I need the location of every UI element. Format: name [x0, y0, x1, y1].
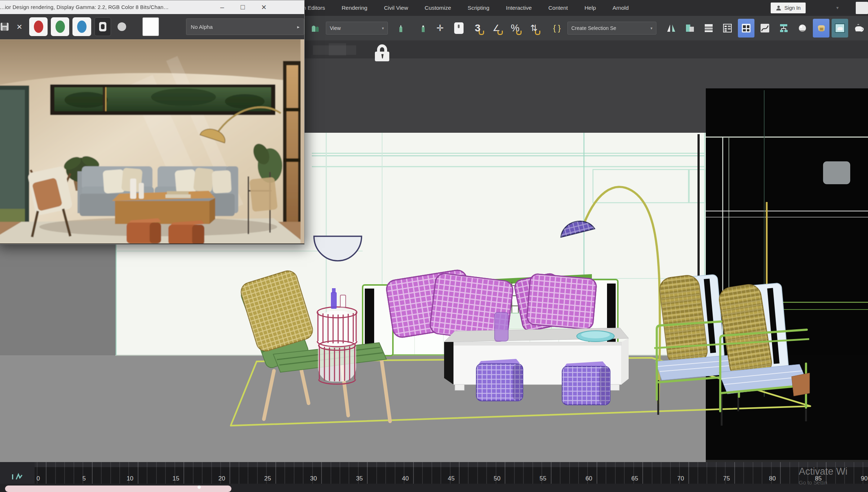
select-object-icon[interactable]: [451, 19, 467, 38]
frame-label-75: 75: [723, 475, 730, 482]
angle-snap-icon[interactable]: ∠: [488, 19, 505, 38]
menu-arnold[interactable]: Arnold: [612, 5, 629, 11]
frame-label-60: 60: [585, 475, 592, 482]
frame-label-5: 5: [83, 475, 86, 482]
magnet-icon: [497, 31, 503, 35]
frame-label-70: 70: [677, 475, 684, 482]
unlink-selection-icon[interactable]: [394, 19, 411, 38]
blue-channel-toggle[interactable]: [72, 17, 91, 36]
frame-label-30: 30: [310, 475, 317, 482]
selection-set-label: Create Selection Se: [571, 25, 616, 31]
menu-scripting[interactable]: Scripting: [468, 5, 489, 11]
menu-customize[interactable]: Customize: [425, 5, 451, 11]
rfw-title-bar[interactable]: …ior Design rendering, Display Gamma: 2.…: [0, 0, 304, 14]
sign-in-label: Sign In: [784, 5, 801, 11]
menu-rendering[interactable]: Rendering: [342, 5, 368, 11]
chevron-down-icon: ▾: [650, 26, 652, 31]
clone-window-icon[interactable]: ×: [13, 21, 26, 32]
user-icon: [776, 5, 781, 11]
named-selection-set-dropdown[interactable]: Create Selection Se ▾: [567, 22, 656, 35]
curve-editor-icon[interactable]: [757, 19, 773, 38]
mirror-icon[interactable]: [663, 19, 679, 38]
move-glyph: ✛: [437, 23, 444, 33]
red-channel-toggle[interactable]: [29, 17, 48, 36]
align-icon[interactable]: [682, 19, 698, 38]
frame-label-20: 20: [218, 475, 225, 482]
bind-to-space-warp-icon[interactable]: [413, 19, 430, 38]
sign-in-caret-icon[interactable]: ▾: [836, 5, 839, 10]
timeline-left-panel: [0, 462, 35, 484]
magnet-icon: [516, 31, 522, 35]
menubar-items: Graph EditorsRenderingCivil ViewCustomiz…: [291, 0, 629, 16]
frame-label-45: 45: [448, 475, 455, 482]
3dsmax-application: Graph EditorsRenderingCivil ViewCustomiz…: [0, 0, 868, 492]
menu-civil-view[interactable]: Civil View: [384, 5, 408, 11]
frame-label-80: 80: [769, 475, 776, 482]
sets-glyph: { }: [553, 23, 561, 33]
menu-help[interactable]: Help: [584, 5, 596, 11]
rfw-channel-label: No Alpha: [191, 24, 213, 30]
save-image-icon[interactable]: [0, 21, 9, 32]
material-editor-icon[interactable]: [794, 19, 811, 38]
frame-label-85: 85: [815, 475, 822, 482]
rendered-frame-window[interactable]: …ior Design rendering, Display Gamma: 2.…: [0, 0, 305, 245]
close-icon[interactable]: ×: [261, 2, 266, 12]
minimize-icon[interactable]: –: [220, 3, 224, 11]
rfw-channel-dropdown[interactable]: No Alpha ▸: [186, 18, 304, 35]
rendered-frame-window-icon[interactable]: [832, 19, 848, 38]
sign-in-button[interactable]: Sign In: [771, 3, 806, 13]
percent-snap-icon[interactable]: %: [507, 19, 523, 38]
scene-explorer-icon[interactable]: [719, 19, 736, 38]
reference-coordinate-dropdown[interactable]: View ▾: [326, 22, 388, 35]
monochrome-toggle[interactable]: [114, 18, 130, 36]
green-channel-toggle[interactable]: [51, 17, 69, 36]
rendered-image-area: [0, 39, 304, 243]
frame-label-10: 10: [127, 475, 133, 482]
workspace-button[interactable]: [856, 2, 868, 14]
chevron-down-icon: ▾: [382, 26, 384, 31]
frame-label-0: 0: [36, 475, 40, 482]
frame-label-65: 65: [631, 475, 638, 482]
magnet-icon: [479, 31, 484, 35]
track-bar: [0, 484, 868, 492]
clear-color-swatch[interactable]: [142, 17, 159, 36]
layer-explorer-icon[interactable]: [700, 19, 717, 38]
reference-render-image: [0, 39, 301, 243]
frame-label-90: 90: [861, 475, 868, 482]
maximize-icon[interactable]: □: [241, 3, 245, 11]
select-and-link-icon[interactable]: [307, 19, 324, 38]
spinner-snap-icon[interactable]: ⇅: [526, 19, 542, 38]
frame-label-15: 15: [172, 475, 179, 482]
edit-named-selection-sets-icon[interactable]: { }: [549, 19, 565, 38]
snap-toggle-3d-icon[interactable]: 3: [469, 19, 486, 38]
frame-label-55: 55: [540, 475, 546, 482]
set-key-icon[interactable]: [11, 473, 23, 481]
rfw-toolbar: × No Alpha ▸: [0, 14, 304, 39]
frame-label-50: 50: [494, 475, 501, 482]
timeline-ruler[interactable]: 051015202530354045505560657075808590: [0, 462, 868, 484]
chevron-right-icon: ▸: [297, 24, 300, 30]
render-production-icon[interactable]: [850, 19, 867, 38]
toggle-ribbon-icon[interactable]: [738, 19, 754, 38]
magnet-icon: [535, 31, 540, 35]
coord-dropdown-label: View: [330, 25, 341, 31]
frame-label-25: 25: [264, 475, 271, 482]
frame-label-40: 40: [402, 475, 409, 482]
alpha-channel-toggle[interactable]: [94, 17, 111, 36]
frame-label-35: 35: [356, 475, 363, 482]
render-setup-icon[interactable]: [813, 19, 829, 38]
menu-content[interactable]: Content: [548, 5, 568, 11]
time-slider-handle[interactable]: [198, 486, 201, 489]
rfw-title-text: …ior Design rendering, Display Gamma: 2.…: [0, 4, 216, 10]
schematic-view-icon[interactable]: [775, 19, 792, 38]
select-and-move-icon[interactable]: ✛: [432, 19, 448, 38]
menu-interactive[interactable]: Interactive: [506, 5, 532, 11]
timeline-labels: 051015202530354045505560657075808590: [0, 462, 868, 484]
